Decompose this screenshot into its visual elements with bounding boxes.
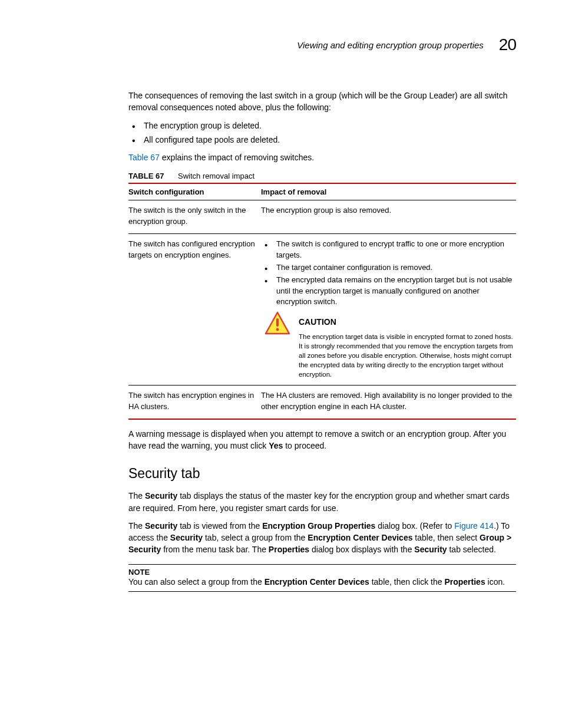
bold-text: Properties	[269, 545, 309, 554]
bold-text: Encryption Center Devices	[308, 533, 412, 542]
list-item: All configured tape pools are deleted.	[128, 134, 516, 146]
cell-impact: The switch is configured to encrypt traf…	[261, 234, 516, 386]
text: to proceed.	[283, 441, 326, 450]
table-link[interactable]: Table 67	[128, 153, 160, 162]
security-paragraph-2: The Security tab is viewed from the Encr…	[128, 520, 516, 556]
text: The	[128, 491, 145, 500]
text: explains the impact of removing switches…	[160, 153, 314, 162]
list-item: The target container configuration is re…	[261, 262, 514, 274]
caution-icon	[265, 311, 290, 335]
header-title: Viewing and editing encryption group pro…	[297, 40, 484, 50]
list-item: The encryption group is deleted.	[128, 120, 516, 131]
caution-block: CAUTION The encryption target data is vi…	[261, 316, 514, 379]
text: tab selected.	[447, 545, 496, 554]
page-content: The consequences of removing the last sw…	[52, 90, 516, 592]
table-row: The switch has configured encryption tar…	[128, 234, 516, 386]
text: dialog box. (Refer to	[375, 521, 454, 531]
col-header-config: Switch configuration	[128, 183, 261, 200]
col-header-impact: Impact of removal	[261, 183, 516, 200]
caution-text: The encryption target data is visible in…	[299, 332, 514, 379]
table-reference-sentence: Table 67 explains the impact of removing…	[128, 151, 516, 163]
page-header: Viewing and editing encryption group pro…	[52, 35, 516, 54]
svg-rect-1	[276, 318, 279, 327]
figure-link[interactable]: Figure 414	[454, 521, 494, 531]
bold-text: Encryption Center Devices	[265, 577, 369, 587]
text: icon.	[485, 577, 505, 587]
table-row: The switch has encryption engines in HA …	[128, 386, 516, 419]
cell-config: The switch has encryption engines in HA …	[128, 386, 261, 419]
after-table-paragraph: A warning message is displayed when you …	[128, 428, 516, 452]
table-header-row: Switch configuration Impact of removal	[128, 183, 516, 200]
caution-label: CAUTION	[299, 316, 514, 328]
text: tab displays the status of the master ke…	[128, 491, 510, 512]
bold-text: Security	[145, 491, 177, 500]
security-paragraph-1: The Security tab displays the status of …	[128, 490, 516, 514]
section-heading-security-tab: Security tab	[128, 466, 516, 482]
text: dialog box displays with the	[309, 545, 414, 554]
cell-config: The switch has configured encryption tar…	[128, 234, 261, 386]
text: The	[128, 521, 145, 531]
text: table, then select	[412, 533, 480, 542]
table-row: The switch is the only switch in the enc…	[128, 200, 516, 234]
note-block: NOTE You can also select a group from th…	[128, 564, 516, 592]
table-title: Switch removal impact	[178, 172, 254, 180]
text: tab, select a group from the	[203, 533, 308, 542]
switch-removal-table: Switch configuration Impact of removal T…	[128, 183, 516, 419]
bold-text: Properties	[444, 577, 485, 587]
intro-bullet-list: The encryption group is deleted. All con…	[128, 120, 516, 146]
svg-point-2	[276, 328, 279, 331]
note-label: NOTE	[128, 568, 516, 577]
cell-config: The switch is the only switch in the enc…	[128, 200, 261, 234]
text: table, then click the	[369, 577, 445, 587]
page-number: 20	[499, 35, 516, 54]
note-text: You can also select a group from the Enc…	[128, 577, 516, 588]
text: You can also select a group from the	[128, 577, 265, 587]
bold-text: Security	[145, 521, 177, 531]
impact-bullet-list: The switch is configured to encrypt traf…	[261, 239, 514, 308]
cell-impact: The encryption group is also removed.	[261, 200, 516, 234]
bold-text: Security	[414, 545, 447, 554]
bold-text: Encryption Group Properties	[262, 521, 375, 531]
text: from the menu task bar. The	[161, 545, 269, 554]
intro-paragraph: The consequences of removing the last sw…	[128, 90, 516, 114]
table-label: TABLE 67	[128, 172, 164, 180]
text: tab is viewed from the	[177, 521, 262, 531]
bold-text: Security	[170, 533, 203, 542]
list-item: The encrypted data remains on the encryp…	[261, 275, 514, 308]
table-caption: TABLE 67 Switch removal impact	[128, 172, 516, 180]
list-item: The switch is configured to encrypt traf…	[261, 239, 514, 261]
bold-text: Yes	[269, 441, 283, 450]
cell-impact: The HA clusters are removed. High availa…	[261, 386, 516, 419]
